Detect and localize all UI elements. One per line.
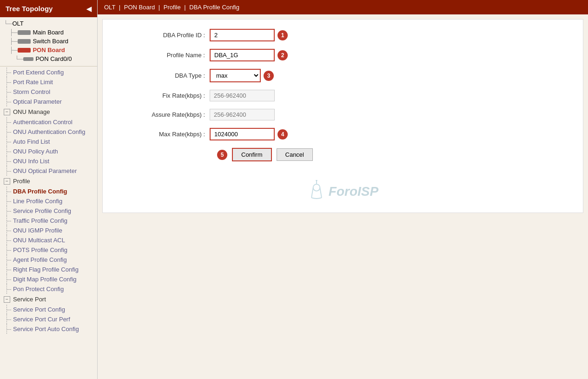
pon-card-icon	[23, 57, 33, 61]
dba-type-row: DBA Type : max fix assure max+fix max+as…	[117, 69, 569, 82]
pon-board-label: PON Board	[33, 47, 65, 53]
menu-service-port-cur-perf[interactable]: Service Port Cur Perf	[0, 314, 97, 324]
menu-pon-protect-config[interactable]: Pon Protect Config	[0, 284, 97, 294]
fix-rate-label: Fix Rate(kbps) :	[117, 92, 210, 99]
onu-manage-header[interactable]: − ONU Manage	[0, 106, 97, 117]
tree-pon-board[interactable]: ├─ PON Board	[0, 46, 97, 54]
tree-switch-board[interactable]: ├─ Switch Board	[0, 37, 97, 46]
menu-service-port-config[interactable]: Service Port Config	[0, 305, 97, 314]
service-port-expand[interactable]: −	[4, 296, 10, 303]
menu-digit-map-profile-config[interactable]: Digit Map Profile Config	[0, 274, 97, 284]
olt-label: OLT	[12, 20, 23, 27]
profile-header[interactable]: − Profile	[0, 176, 97, 186]
service-port-label: Service Port	[13, 296, 46, 303]
app-container: Tree Topology ◀ └─ OLT ├─ Main Board	[0, 0, 588, 379]
step5-badge: 5	[217, 150, 227, 160]
menu-storm-control[interactable]: Storm Control	[0, 87, 97, 97]
menu-optical-parameter[interactable]: Optical Parameter	[0, 97, 97, 106]
breadcrumb-dba-profile-config: DBA Profile Config	[189, 4, 239, 11]
confirm-button[interactable]: Confirm	[232, 148, 272, 161]
olt-section: └─ OLT ├─ Main Board ├─ Switch Board	[0, 17, 97, 65]
menu-onu-multicast-acl[interactable]: ONU Multicast ACL	[0, 235, 97, 245]
collapse-arrow[interactable]: ◀	[86, 5, 92, 13]
menu-port-rate-limit[interactable]: Port Rate Limit	[0, 77, 97, 87]
main-board-connector: ├─	[9, 29, 18, 36]
fix-rate-input[interactable]	[210, 90, 275, 101]
onu-manage-expand[interactable]: −	[4, 109, 10, 115]
menu-agent-profile-config[interactable]: Agent Profile Config	[0, 255, 97, 265]
switch-board-icon	[18, 39, 31, 44]
main-board-icon	[18, 30, 31, 35]
menu-service-profile-config[interactable]: Service Profile Config	[0, 206, 97, 216]
menu-dba-profile-config[interactable]: DBA Profile Config	[0, 186, 97, 196]
content-area: DBA Profile ID : 1 Profile Name : 2 DBA …	[98, 14, 588, 379]
menu-service-port-auto-config[interactable]: Service Port Auto Config	[0, 324, 97, 334]
dba-type-label: DBA Type :	[117, 72, 210, 79]
step3-badge: 3	[264, 71, 274, 81]
menu-auto-find-list[interactable]: Auto Find List	[0, 137, 97, 146]
form-panel: DBA Profile ID : 1 Profile Name : 2 DBA …	[102, 19, 583, 213]
onu-manage-label: ONU Manage	[13, 108, 50, 115]
fix-rate-row: Fix Rate(kbps) :	[117, 90, 569, 101]
menu-traffic-profile-config[interactable]: Traffic Profile Config	[0, 216, 97, 226]
menu-onu-info-list[interactable]: ONU Info List	[0, 156, 97, 166]
assure-rate-row: Assure Rate(kbps) :	[117, 109, 569, 120]
sidebar-scroll: └─ OLT ├─ Main Board ├─ Switch Board	[0, 17, 97, 379]
button-row: 5 Confirm Cancel	[214, 148, 569, 161]
watermark-text: ForoISP	[329, 184, 378, 199]
step4-badge: 4	[277, 129, 288, 140]
menu-service-port-section: − Service Port Service Port Config Servi…	[0, 294, 97, 334]
breadcrumb-sep2: |	[159, 4, 162, 11]
profile-expand[interactable]: −	[4, 178, 10, 185]
pon-card-label: PON Card0/0	[35, 55, 72, 62]
svg-point-2	[316, 180, 317, 181]
dba-profile-id-input[interactable]	[210, 29, 275, 41]
menu-right-flag-profile-config[interactable]: Right Flag Profile Config	[0, 265, 97, 274]
main-layout: Tree Topology ◀ └─ OLT ├─ Main Board	[0, 0, 588, 379]
menu-onu-optical-param[interactable]: ONU Optical Parameter	[0, 166, 97, 176]
service-port-header[interactable]: − Service Port	[0, 294, 97, 305]
menu-auth-control[interactable]: Authentication Control	[0, 117, 97, 127]
cancel-button[interactable]: Cancel	[277, 148, 313, 161]
tree-olt[interactable]: └─ OLT	[0, 19, 97, 28]
assure-rate-input[interactable]	[210, 109, 275, 120]
menu-onu-section: − ONU Manage Authentication Control ONU …	[0, 106, 97, 176]
sidebar-title: Tree Topology	[6, 5, 53, 13]
foroisp-icon	[307, 180, 326, 203]
breadcrumb-profile[interactable]: Profile	[164, 4, 181, 11]
profile-name-input[interactable]	[210, 49, 275, 61]
menu-onu-auth-config[interactable]: ONU Authentication Config	[0, 127, 97, 137]
sidebar-header: Tree Topology ◀	[0, 0, 97, 17]
max-rate-input[interactable]	[210, 128, 275, 140]
menu-port-section: Port Extend Config Port Rate Limit Storm…	[0, 67, 97, 106]
watermark: ForoISP	[117, 180, 569, 203]
breadcrumb: OLT | PON Board | Profile | DBA Profile …	[98, 0, 588, 14]
tree-pon-card[interactable]: └─ PON Card0/0	[0, 54, 97, 63]
breadcrumb-pon-board[interactable]: PON Board	[124, 4, 155, 11]
pon-board-connector: ├─	[9, 47, 18, 53]
breadcrumb-olt[interactable]: OLT	[104, 4, 115, 11]
menu-line-profile-config[interactable]: Line Profile Config	[0, 196, 97, 206]
pon-board-icon	[18, 48, 31, 53]
max-rate-row: Max Rate(kbps) : 4	[117, 128, 569, 140]
menu-onu-igmp-profile[interactable]: ONU IGMP Profile	[0, 226, 97, 235]
breadcrumb-sep1: |	[119, 4, 122, 11]
tree-main-board[interactable]: ├─ Main Board	[0, 28, 97, 37]
menu-onu-policy-auth[interactable]: ONU Policy Auth	[0, 146, 97, 156]
menu-port-extend-config[interactable]: Port Extend Config	[0, 67, 97, 77]
step1-badge: 1	[277, 30, 288, 40]
dba-profile-id-row: DBA Profile ID : 1	[117, 29, 569, 41]
switch-board-label: Switch Board	[33, 38, 68, 45]
dba-type-select[interactable]: max fix assure max+fix max+assure	[210, 69, 261, 82]
profile-name-label: Profile Name :	[117, 52, 210, 59]
max-rate-label: Max Rate(kbps) :	[117, 131, 210, 138]
breadcrumb-sep3: |	[184, 4, 187, 11]
svg-point-0	[313, 184, 320, 191]
olt-connector: └─	[4, 20, 12, 27]
menu-pots-profile-config[interactable]: POTS Profile Config	[0, 245, 97, 255]
assure-rate-label: Assure Rate(kbps) :	[117, 111, 210, 118]
switch-board-connector: ├─	[9, 38, 18, 45]
profile-name-row: Profile Name : 2	[117, 49, 569, 61]
step2-badge: 2	[277, 50, 288, 60]
profile-label: Profile	[13, 178, 30, 185]
